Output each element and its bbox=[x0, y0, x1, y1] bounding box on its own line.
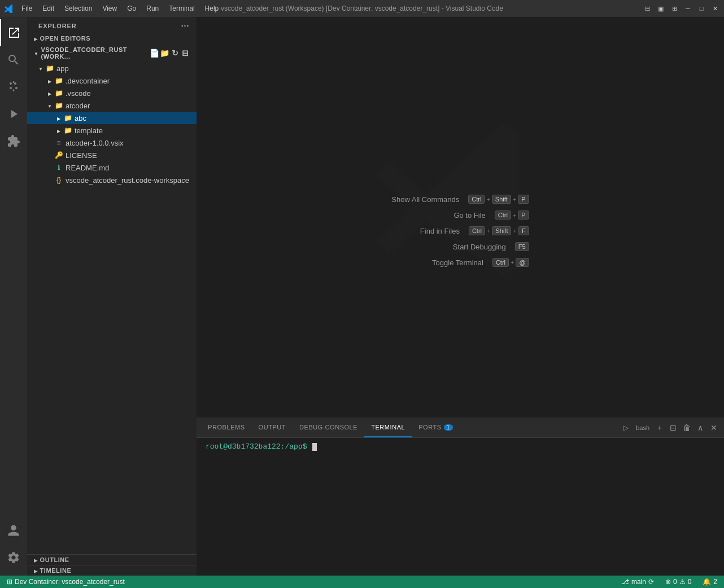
panel-tab-actions: ▷ bash + ⊟ 🗑 ∧ ✕ bbox=[620, 422, 719, 433]
menu-run[interactable]: Run bbox=[142, 3, 163, 14]
collapse-all-button[interactable]: ⊟ bbox=[181, 49, 190, 58]
activity-source-control[interactable] bbox=[0, 73, 27, 100]
app-chevron-icon bbox=[36, 64, 45, 73]
menu-view[interactable]: View bbox=[98, 3, 121, 14]
delete-terminal-button[interactable]: 🗑 bbox=[681, 422, 692, 433]
plus-icon2: + bbox=[513, 196, 516, 203]
terminal-prompt: root@d3b1732ba122:/app$ bbox=[206, 442, 307, 451]
terminal-shell-label[interactable]: bash bbox=[634, 422, 652, 433]
menu-help[interactable]: Help bbox=[200, 3, 224, 14]
tab-problems[interactable]: PROBLEMS bbox=[201, 418, 252, 437]
activity-explorer[interactable] bbox=[0, 19, 27, 46]
activity-bar-bottom bbox=[0, 517, 27, 576]
tree-item-template[interactable]: 📁 template bbox=[27, 124, 197, 137]
plus-icon: + bbox=[486, 196, 490, 203]
sidebar-header-actions: ··· bbox=[181, 21, 190, 30]
window-controls: ⊟ ▣ ⊞ ─ □ ✕ bbox=[643, 4, 719, 13]
tree-item-app-label: app bbox=[56, 64, 69, 73]
key-f5: F5 bbox=[515, 242, 529, 251]
statusbar-right: ⎇ main ⟳ ⊗ 0 ⚠ 0 🔔 2 bbox=[619, 576, 719, 588]
remote-icon: ⊞ bbox=[7, 578, 12, 586]
refresh-button[interactable]: ↻ bbox=[171, 49, 180, 58]
timeline-section[interactable]: Timeline bbox=[27, 565, 197, 576]
menu-selection[interactable]: Selection bbox=[60, 3, 97, 14]
more-actions-button[interactable]: ··· bbox=[181, 21, 190, 30]
new-folder-button[interactable]: 📁 bbox=[160, 49, 169, 58]
tab-terminal[interactable]: TERMINAL bbox=[364, 418, 412, 437]
outline-chevron-icon bbox=[34, 556, 38, 563]
devcontainer-chevron-icon bbox=[45, 76, 54, 85]
tree-item-vscode[interactable]: 📁 .vscode bbox=[27, 87, 197, 99]
activity-search[interactable] bbox=[0, 46, 27, 73]
maximize-panel-button[interactable]: ∧ bbox=[695, 422, 706, 433]
start-debugging-keys: F5 bbox=[515, 242, 529, 251]
new-file-button[interactable]: 📄 bbox=[150, 49, 159, 58]
open-editors-header[interactable]: Open Editors bbox=[27, 33, 197, 44]
menu-edit[interactable]: Edit bbox=[38, 3, 59, 14]
activity-extensions[interactable] bbox=[0, 128, 27, 155]
vsix-spacer bbox=[45, 138, 54, 147]
tree-item-license-label: LICENSE bbox=[66, 151, 97, 160]
abc-chevron-icon bbox=[54, 113, 63, 122]
layout3-icon[interactable]: ⊞ bbox=[670, 4, 679, 13]
tree-item-license[interactable]: 🔑 LICENSE bbox=[27, 149, 197, 161]
outline-section[interactable]: Outline bbox=[27, 554, 197, 565]
terminal-cursor bbox=[312, 443, 317, 451]
titlebar: File Edit Selection View Go Run Terminal… bbox=[0, 0, 724, 17]
folder-icon: 📁 bbox=[63, 113, 72, 122]
close-button[interactable]: ✕ bbox=[710, 4, 719, 13]
warning-icon: ⚠ bbox=[679, 578, 686, 586]
tree-item-devcontainer[interactable]: 📁 .devcontainer bbox=[27, 74, 197, 87]
atcoder-chevron-icon bbox=[45, 101, 54, 110]
error-icon: ⊗ bbox=[665, 578, 671, 586]
tab-debug-console[interactable]: DEBUG CONSOLE bbox=[293, 418, 364, 437]
shortcut-find-in-files: Find in Files Ctrl + Shift + F bbox=[391, 226, 529, 235]
tree-item-workspace[interactable]: {} vscode_atcoder_rust.code-workspace bbox=[27, 174, 197, 186]
layout2-icon[interactable]: ▣ bbox=[656, 4, 665, 13]
tab-output[interactable]: OUTPUT bbox=[252, 418, 293, 437]
status-bar: ⊞ Dev Container: vscode_atcoder_rust ⎇ m… bbox=[0, 576, 724, 588]
tree-item-app[interactable]: 📁 app bbox=[27, 62, 197, 74]
activity-account[interactable] bbox=[0, 517, 27, 544]
tree-item-atcoder[interactable]: 📁 atcoder bbox=[27, 99, 197, 112]
remote-container-item[interactable]: ⊞ Dev Container: vscode_atcoder_rust bbox=[5, 576, 127, 588]
template-chevron-icon bbox=[54, 126, 63, 135]
menu-go[interactable]: Go bbox=[123, 3, 141, 14]
workspace-header[interactable]: VSCODE_ATCODER_RUST (WORK... 📄 📁 ↻ ⊟ bbox=[27, 44, 197, 62]
toggle-terminal-label: Toggle Terminal bbox=[432, 258, 483, 267]
folder-icon: 📁 bbox=[54, 76, 63, 85]
add-terminal-button[interactable]: + bbox=[654, 422, 665, 433]
key-shift: Shift bbox=[492, 195, 511, 204]
tree-item-abc-label: abc bbox=[75, 114, 86, 122]
activity-settings[interactable] bbox=[0, 544, 27, 571]
layout-icon[interactable]: ⊟ bbox=[643, 4, 652, 13]
open-editors-chevron-icon bbox=[34, 35, 38, 42]
activity-bar bbox=[0, 17, 27, 576]
maximize-button[interactable]: □ bbox=[697, 4, 706, 13]
menu-terminal[interactable]: Terminal bbox=[164, 3, 199, 14]
minimize-button[interactable]: ─ bbox=[683, 4, 692, 13]
branch-item[interactable]: ⎇ main ⟳ bbox=[619, 576, 656, 588]
workspace-label: VSCODE_ATCODER_RUST (WORK... bbox=[41, 46, 148, 60]
main-area: Explorer ··· Open Editors VSCODE_ATCODER… bbox=[0, 17, 724, 576]
extensions-item[interactable]: 🔔 2 bbox=[700, 576, 719, 588]
terminal-run-icon[interactable]: ▷ bbox=[620, 422, 631, 433]
terminal-content[interactable]: root@d3b1732ba122:/app$ bbox=[197, 438, 724, 576]
plus-icon6: + bbox=[511, 259, 514, 266]
welcome-area: Show All Commands Ctrl + Shift + P Go to… bbox=[197, 17, 724, 418]
errors-item[interactable]: ⊗ 0 ⚠ 0 bbox=[663, 576, 694, 588]
shortcut-go-to-file: Go to File Ctrl + P bbox=[391, 210, 529, 220]
activity-run-debug[interactable] bbox=[0, 100, 27, 128]
key-shift2: Shift bbox=[492, 226, 511, 235]
split-terminal-button[interactable]: ⊟ bbox=[668, 422, 679, 433]
readme-file-icon: ℹ bbox=[54, 163, 63, 172]
key-p2: P bbox=[518, 210, 529, 220]
tree-item-abc[interactable]: 📁 abc bbox=[27, 112, 197, 124]
close-panel-button[interactable]: ✕ bbox=[708, 422, 719, 433]
menu-file[interactable]: File bbox=[17, 3, 37, 14]
tab-ports[interactable]: PORTS 1 bbox=[412, 418, 460, 437]
tree-item-template-label: template bbox=[75, 126, 103, 135]
tree-item-vsix[interactable]: ≡ atcoder-1.0.0.vsix bbox=[27, 137, 197, 149]
tree-item-readme[interactable]: ℹ README.md bbox=[27, 161, 197, 174]
start-debugging-label: Start Debugging bbox=[453, 243, 506, 251]
